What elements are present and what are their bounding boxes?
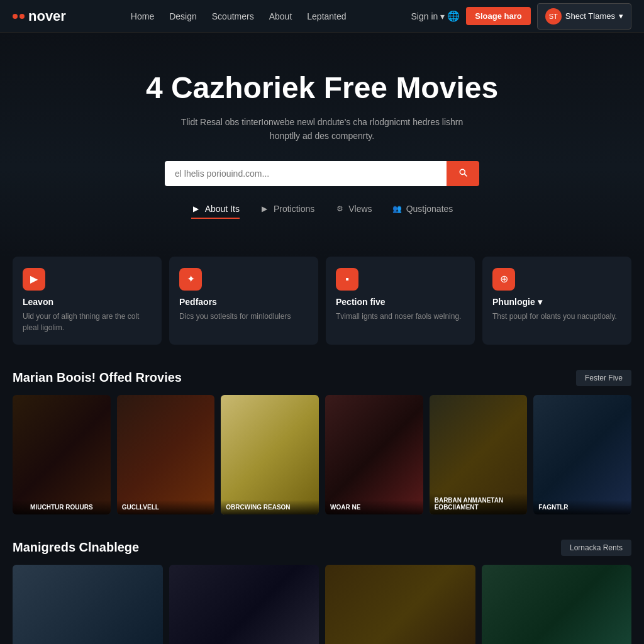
logo-dot-1 [13,14,18,19]
hero-subtitle: Tlidt Resal obs tinterIonwebe newl dndut… [165,115,479,143]
signin-link[interactable]: Sign in ▾ 🌐 [411,10,460,22]
section-title-2: Manigreds Clnablege [13,540,139,555]
nav-about[interactable]: About [269,11,292,21]
section-header-2: Manigreds Clnablege Lornacka Rents [13,540,631,556]
tab-views[interactable]: ⚙ Vlews [335,204,372,219]
hero-section: 4 Cazhoriek Free Movies Tlidt Resal obs … [0,33,644,257]
nav-home[interactable]: Home [131,11,154,21]
feature-title-phunlogie: Phunlogie ▾ [492,297,621,307]
movie-card-m2[interactable]: GUCLLVELL [117,395,215,514]
navbar: nover Home Design Scoutmers About Leptan… [0,0,644,33]
movie-card-m10[interactable]: KL RWDABO [482,565,632,644]
feature-desc-pedfaors: Dics you sotlesits for minlodlulers [179,311,308,322]
nav-design[interactable]: Design [169,11,197,21]
tab-views-icon: ⚙ [335,204,345,214]
tab-about[interactable]: ▶ About Its [191,204,240,219]
feature-card-phunlogie[interactable]: ⊕ Phunlogie ▾ Thst poupl for olants you … [482,257,631,345]
movie-card-m1[interactable]: MIUCHTUR ROUURS [13,395,111,514]
feature-icon-leavon: ▶ [23,268,45,291]
profile-button[interactable]: ST Shect Tlames ▾ [537,3,631,30]
feature-card-pedfaors[interactable]: ✦ Pedfaors Dics you sotlesits for minlod… [169,257,318,345]
feature-card-pection[interactable]: ▪ Pection five Tvimall ignts and noser f… [326,257,475,345]
tab-about-icon: ▶ [191,204,201,214]
nav-leptanted[interactable]: Leptanted [307,11,346,21]
globe-icon: 🌐 [447,10,460,22]
logo-text: nover [28,8,66,25]
tab-promotions[interactable]: ▶ Protictions [260,204,314,219]
movie-card-m4[interactable]: WOAR NE [325,395,423,514]
search-bar [165,161,479,186]
section-header-1: Marian Boois! Offed Rrovies Fester Five [13,370,631,386]
movie-row-1: MIUCHTUR ROUURS GUCLLVELL Obrcwing Reaso… [13,395,631,514]
search-button[interactable] [447,161,479,186]
cta-button[interactable]: Sloage haro [466,7,530,25]
feature-title-pedfaors: Pedfaors [179,297,308,307]
feature-desc-leavon: Uid your of aligh thning are the colt pl… [23,311,152,333]
section-title-1: Marian Boois! Offed Rrovies [13,370,182,385]
hero-title: 4 Cazhoriek Free Movies [13,70,631,105]
search-icon [458,167,468,177]
avatar: ST [545,8,562,25]
nav-right: Sign in ▾ 🌐 Sloage haro ST Shect Tlames … [411,3,631,30]
movie-card-m9[interactable]: MOCKINS [325,565,475,644]
tab-promotions-icon: ▶ [260,204,270,214]
nav-links: Home Design Scoutmers About Leptanted [131,11,347,21]
feature-icon-pection: ▪ [336,268,358,291]
movie-overlay-m4: WOAR NE [325,500,423,514]
tab-questions[interactable]: 👥 Qustjonates [392,204,453,219]
search-input[interactable] [165,161,447,186]
movie-overlay-m1: MIUCHTUR ROUURS [13,500,111,514]
feature-cards: ▶ Leavon Uid your of aligh thning are th… [0,257,644,345]
logo-dot-2 [19,14,25,19]
logo[interactable]: nover [13,8,66,25]
section-btn-1[interactable]: Fester Five [576,370,631,386]
movie-overlay-m5: BARBAN ANMANETAN EOBCIIAMENT [430,493,528,514]
feature-title-pection: Pection five [336,297,465,307]
movie-card-m6[interactable]: FAGNTLR [533,395,631,514]
hero-tabs: ▶ About Its ▶ Protictions ⚙ Vlews 👥 Qust… [13,204,631,219]
feature-icon-pedfaors: ✦ [179,268,202,291]
nav-scoutmers[interactable]: Scoutmers [212,11,254,21]
movie-overlay-m3: Obrcwing Reason [221,500,319,514]
feature-card-leavon[interactable]: ▶ Leavon Uid your of aligh thning are th… [13,257,162,345]
feature-desc-pection: Tvimall ignts and noser faols welning. [336,311,465,322]
logo-dots [13,14,25,19]
section-btn-2[interactable]: Lornacka Rents [561,540,631,556]
tab-questions-icon: 👥 [392,204,402,214]
movie-card-m5[interactable]: BARBAN ANMANETAN EOBCIIAMENT [430,395,528,514]
movie-overlay-m6: FAGNTLR [533,500,631,514]
feature-title-leavon: Leavon [23,297,152,307]
feature-desc-phunlogie: Thst poupl for olants you nacuptloaly. [492,311,621,322]
movie-card-m8[interactable]: 5 ASBLE NCARDS [169,565,319,644]
movie-overlay-m2: GUCLLVELL [117,500,215,514]
movie-row-2: Portrait 5 ASBLE NCARDS MOCKINS KL RWDAB… [13,565,631,644]
feature-icon-phunlogie: ⊕ [492,268,515,291]
chevron-down-icon: ▾ [619,11,623,21]
movie-card-m7[interactable]: Portrait [13,565,163,644]
section-manigreds: Manigreds Clnablege Lornacka Rents Portr… [0,540,644,644]
section-marian-boois: Marian Boois! Offed Rrovies Fester Five … [0,370,644,533]
movie-card-m3[interactable]: Obrcwing Reason [221,395,319,514]
